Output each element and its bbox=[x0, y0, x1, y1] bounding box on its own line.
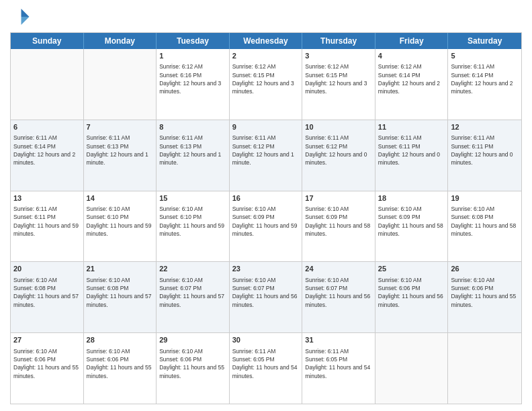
day-number: 19 bbox=[451, 193, 519, 203]
day-info: Sunrise: 6:10 AM Sunset: 6:06 PM Dayligh… bbox=[378, 276, 445, 309]
day-info: Sunrise: 6:12 AM Sunset: 6:16 PM Dayligh… bbox=[159, 62, 226, 95]
calendar-cell: 6Sunrise: 6:11 AM Sunset: 6:14 PM Daylig… bbox=[11, 120, 84, 191]
day-info: Sunrise: 6:10 AM Sunset: 6:08 PM Dayligh… bbox=[13, 276, 81, 309]
day-number: 13 bbox=[13, 193, 81, 203]
calendar-week-row: 6Sunrise: 6:11 AM Sunset: 6:14 PM Daylig… bbox=[11, 120, 521, 191]
day-number: 20 bbox=[13, 264, 81, 274]
cal-header-day: Saturday bbox=[448, 33, 521, 49]
day-info: Sunrise: 6:10 AM Sunset: 6:09 PM Dayligh… bbox=[305, 205, 372, 238]
day-number: 31 bbox=[305, 335, 372, 345]
day-number: 2 bbox=[232, 51, 300, 61]
calendar-cell: 27Sunrise: 6:10 AM Sunset: 6:06 PM Dayli… bbox=[11, 333, 84, 404]
calendar-cell: 24Sunrise: 6:10 AM Sunset: 6:07 PM Dayli… bbox=[302, 262, 375, 332]
calendar-cell: 4Sunrise: 6:12 AM Sunset: 6:14 PM Daylig… bbox=[375, 49, 449, 120]
calendar-cell: 18Sunrise: 6:10 AM Sunset: 6:09 PM Dayli… bbox=[375, 191, 449, 262]
day-info: Sunrise: 6:10 AM Sunset: 6:07 PM Dayligh… bbox=[305, 276, 372, 309]
calendar-cell: 25Sunrise: 6:10 AM Sunset: 6:06 PM Dayli… bbox=[375, 262, 449, 332]
calendar-cell: 13Sunrise: 6:11 AM Sunset: 6:11 PM Dayli… bbox=[11, 191, 84, 262]
calendar-cell: 11Sunrise: 6:11 AM Sunset: 6:11 PM Dayli… bbox=[375, 120, 449, 191]
calendar-week-row: 1Sunrise: 6:12 AM Sunset: 6:16 PM Daylig… bbox=[11, 49, 521, 120]
svg-marker-0 bbox=[21, 9, 30, 17]
day-info: Sunrise: 6:10 AM Sunset: 6:06 PM Dayligh… bbox=[159, 347, 226, 380]
day-info: Sunrise: 6:11 AM Sunset: 6:11 PM Dayligh… bbox=[451, 134, 519, 167]
calendar-cell: 22Sunrise: 6:10 AM Sunset: 6:07 PM Dayli… bbox=[157, 262, 230, 332]
calendar-cell: 9Sunrise: 6:11 AM Sunset: 6:12 PM Daylig… bbox=[230, 120, 303, 191]
day-number: 5 bbox=[451, 51, 519, 61]
cal-header-day: Monday bbox=[84, 33, 157, 49]
day-number: 14 bbox=[87, 193, 154, 203]
cal-header-day: Wednesday bbox=[230, 33, 303, 49]
day-info: Sunrise: 6:11 AM Sunset: 6:05 PM Dayligh… bbox=[305, 347, 372, 380]
day-info: Sunrise: 6:10 AM Sunset: 6:09 PM Dayligh… bbox=[232, 205, 300, 238]
calendar-cell: 17Sunrise: 6:10 AM Sunset: 6:09 PM Dayli… bbox=[302, 191, 375, 262]
day-info: Sunrise: 6:10 AM Sunset: 6:10 PM Dayligh… bbox=[159, 205, 226, 238]
day-number: 29 bbox=[159, 335, 226, 345]
day-number: 17 bbox=[305, 193, 372, 203]
day-info: Sunrise: 6:11 AM Sunset: 6:14 PM Dayligh… bbox=[451, 62, 519, 95]
cal-header-day: Friday bbox=[375, 33, 449, 49]
day-number: 25 bbox=[378, 264, 445, 274]
day-info: Sunrise: 6:10 AM Sunset: 6:10 PM Dayligh… bbox=[87, 205, 154, 238]
day-number: 28 bbox=[87, 335, 154, 345]
calendar-cell bbox=[448, 333, 521, 404]
day-number: 9 bbox=[232, 122, 300, 132]
day-info: Sunrise: 6:10 AM Sunset: 6:08 PM Dayligh… bbox=[451, 205, 519, 238]
calendar-cell: 20Sunrise: 6:10 AM Sunset: 6:08 PM Dayli… bbox=[11, 262, 84, 332]
calendar: SundayMondayTuesdayWednesdayThursdayFrid… bbox=[10, 32, 522, 404]
calendar-header: SundayMondayTuesdayWednesdayThursdayFrid… bbox=[11, 33, 521, 49]
calendar-cell: 30Sunrise: 6:11 AM Sunset: 6:05 PM Dayli… bbox=[230, 333, 303, 404]
cal-header-day: Sunday bbox=[11, 33, 84, 49]
cal-header-day: Tuesday bbox=[157, 33, 230, 49]
calendar-week-row: 13Sunrise: 6:11 AM Sunset: 6:11 PM Dayli… bbox=[11, 191, 521, 262]
day-number: 23 bbox=[232, 264, 300, 274]
day-number: 8 bbox=[159, 122, 226, 132]
day-info: Sunrise: 6:11 AM Sunset: 6:05 PM Dayligh… bbox=[232, 347, 300, 380]
calendar-cell: 26Sunrise: 6:10 AM Sunset: 6:06 PM Dayli… bbox=[448, 262, 521, 332]
logo-icon bbox=[10, 7, 30, 27]
day-number: 4 bbox=[378, 51, 445, 61]
calendar-cell: 21Sunrise: 6:10 AM Sunset: 6:08 PM Dayli… bbox=[84, 262, 157, 332]
calendar-cell: 19Sunrise: 6:10 AM Sunset: 6:08 PM Dayli… bbox=[448, 191, 521, 262]
day-info: Sunrise: 6:10 AM Sunset: 6:08 PM Dayligh… bbox=[87, 276, 154, 309]
calendar-cell bbox=[84, 49, 157, 120]
page: SundayMondayTuesdayWednesdayThursdayFrid… bbox=[0, 0, 532, 411]
calendar-cell bbox=[11, 49, 84, 120]
day-info: Sunrise: 6:11 AM Sunset: 6:12 PM Dayligh… bbox=[305, 134, 372, 167]
calendar-week-row: 20Sunrise: 6:10 AM Sunset: 6:08 PM Dayli… bbox=[11, 261, 521, 332]
calendar-cell bbox=[375, 333, 449, 404]
calendar-cell: 8Sunrise: 6:11 AM Sunset: 6:13 PM Daylig… bbox=[157, 120, 230, 191]
day-number: 15 bbox=[159, 193, 226, 203]
calendar-cell: 2Sunrise: 6:12 AM Sunset: 6:15 PM Daylig… bbox=[230, 49, 303, 120]
day-number: 24 bbox=[305, 264, 372, 274]
cal-header-day: Thursday bbox=[302, 33, 375, 49]
day-info: Sunrise: 6:10 AM Sunset: 6:07 PM Dayligh… bbox=[232, 276, 300, 309]
day-number: 30 bbox=[232, 335, 300, 345]
day-info: Sunrise: 6:10 AM Sunset: 6:06 PM Dayligh… bbox=[451, 276, 519, 309]
day-info: Sunrise: 6:11 AM Sunset: 6:11 PM Dayligh… bbox=[13, 205, 81, 238]
day-info: Sunrise: 6:11 AM Sunset: 6:11 PM Dayligh… bbox=[378, 134, 445, 167]
day-info: Sunrise: 6:11 AM Sunset: 6:13 PM Dayligh… bbox=[87, 134, 154, 167]
calendar-cell: 5Sunrise: 6:11 AM Sunset: 6:14 PM Daylig… bbox=[448, 49, 521, 120]
calendar-cell: 10Sunrise: 6:11 AM Sunset: 6:12 PM Dayli… bbox=[302, 120, 375, 191]
calendar-cell: 23Sunrise: 6:10 AM Sunset: 6:07 PM Dayli… bbox=[230, 262, 303, 332]
calendar-cell: 3Sunrise: 6:12 AM Sunset: 6:15 PM Daylig… bbox=[302, 49, 375, 120]
day-number: 21 bbox=[87, 264, 154, 274]
day-info: Sunrise: 6:10 AM Sunset: 6:06 PM Dayligh… bbox=[87, 347, 154, 380]
logo bbox=[10, 7, 33, 27]
day-info: Sunrise: 6:10 AM Sunset: 6:09 PM Dayligh… bbox=[378, 205, 445, 238]
calendar-body: 1Sunrise: 6:12 AM Sunset: 6:16 PM Daylig… bbox=[11, 49, 521, 404]
calendar-cell: 16Sunrise: 6:10 AM Sunset: 6:09 PM Dayli… bbox=[230, 191, 303, 262]
day-info: Sunrise: 6:10 AM Sunset: 6:07 PM Dayligh… bbox=[159, 276, 226, 309]
calendar-cell: 15Sunrise: 6:10 AM Sunset: 6:10 PM Dayli… bbox=[157, 191, 230, 262]
day-number: 16 bbox=[232, 193, 300, 203]
calendar-cell: 28Sunrise: 6:10 AM Sunset: 6:06 PM Dayli… bbox=[84, 333, 157, 404]
svg-marker-1 bbox=[21, 17, 30, 25]
day-number: 7 bbox=[87, 122, 154, 132]
header bbox=[10, 7, 522, 27]
day-number: 18 bbox=[378, 193, 445, 203]
day-number: 10 bbox=[305, 122, 372, 132]
day-number: 26 bbox=[451, 264, 519, 274]
day-info: Sunrise: 6:12 AM Sunset: 6:15 PM Dayligh… bbox=[232, 62, 300, 95]
calendar-cell: 12Sunrise: 6:11 AM Sunset: 6:11 PM Dayli… bbox=[448, 120, 521, 191]
calendar-cell: 7Sunrise: 6:11 AM Sunset: 6:13 PM Daylig… bbox=[84, 120, 157, 191]
